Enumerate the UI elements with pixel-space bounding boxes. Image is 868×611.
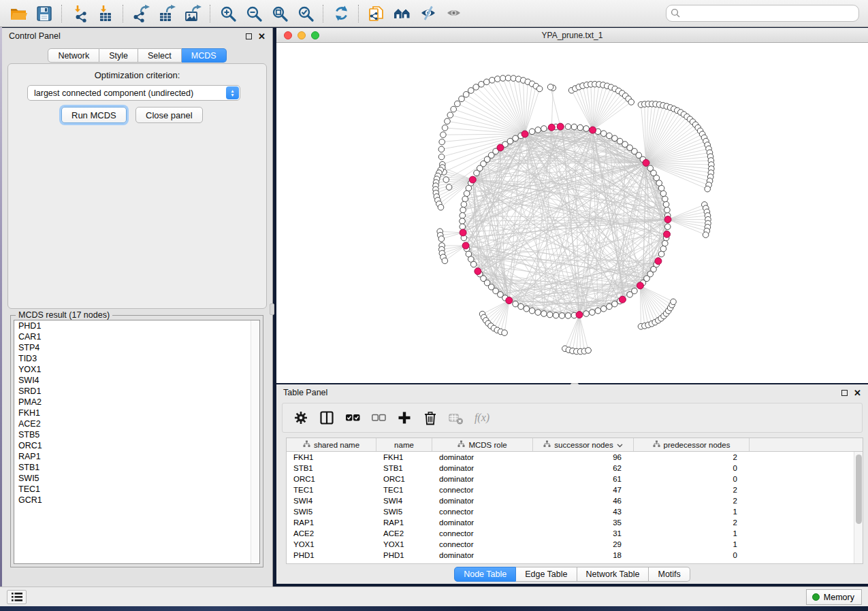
table-cell[interactable]: 47	[533, 486, 634, 494]
table-row[interactable]: ORC1ORC1dominator610	[287, 474, 854, 484]
import-table-icon[interactable]	[93, 3, 118, 24]
table-settings-icon[interactable]	[289, 406, 312, 429]
mcds-result-item[interactable]: FKH1	[14, 408, 259, 418]
float-table-panel-icon[interactable]	[841, 390, 848, 396]
table-cell[interactable]: dominator	[432, 475, 533, 483]
delete-icon[interactable]	[419, 406, 442, 429]
table-cell[interactable]: connector	[432, 529, 533, 538]
table-cell[interactable]: SWI5	[376, 508, 432, 516]
table-cell[interactable]: PHD1	[376, 551, 432, 559]
table-cell[interactable]: 1	[634, 508, 750, 516]
table-cell[interactable]: ORC1	[376, 475, 432, 483]
table-cell[interactable]: TEC1	[287, 486, 376, 494]
select-all-rows-icon[interactable]	[341, 406, 364, 429]
table-cell[interactable]: 1	[634, 540, 750, 548]
table-cell[interactable]: 35	[533, 518, 634, 527]
table-cell[interactable]: ACE2	[287, 529, 376, 538]
table-row[interactable]: SWI5SWI5connector431	[287, 506, 854, 517]
mcds-result-item[interactable]: TEC1	[14, 484, 259, 495]
table-row[interactable]: SWI4SWI4dominator462	[287, 495, 854, 506]
column-header-MCDS-role[interactable]: MCDS role	[432, 438, 533, 451]
clone-network-icon[interactable]	[364, 3, 389, 24]
table-cell[interactable]: PHD1	[287, 551, 376, 559]
network-window-titlebar[interactable]: YPA_prune.txt_1	[276, 28, 868, 43]
table-row[interactable]: ACE2ACE2connector311	[287, 528, 854, 539]
tab-network-table[interactable]: Network Table	[577, 567, 649, 582]
table-cell[interactable]: 2	[634, 497, 750, 505]
tab-select[interactable]: Select	[138, 48, 182, 63]
column-header-successor-nodes[interactable]: successor nodes	[533, 438, 634, 451]
deselect-all-rows-icon[interactable]	[367, 406, 390, 429]
table-cell[interactable]: FKH1	[376, 453, 432, 461]
run-mcds-button[interactable]: Run MCDS	[61, 107, 127, 123]
table-cell[interactable]: connector	[432, 540, 533, 548]
close-panel-icon[interactable]: ✕	[258, 33, 266, 39]
optimization-criterion-dropdown[interactable]: largest connected component (undirected)…	[27, 85, 240, 101]
mcds-result-item[interactable]: RAP1	[14, 451, 259, 462]
table-cell[interactable]: 2	[634, 453, 750, 461]
table-cell[interactable]: RAP1	[287, 518, 376, 527]
table-cell[interactable]: 0	[634, 551, 750, 559]
vertical-splitter-grip[interactable]	[270, 303, 274, 315]
table-scrollbar[interactable]	[854, 452, 863, 563]
table-row[interactable]: FKH1FKH1dominator962	[287, 452, 854, 463]
zoom-fit-icon[interactable]	[267, 3, 293, 24]
tab-motifs[interactable]: Motifs	[649, 567, 690, 582]
table-cell[interactable]: SWI4	[376, 497, 432, 505]
table-cell[interactable]: 29	[533, 540, 634, 548]
tab-network[interactable]: Network	[48, 48, 99, 63]
mcds-result-item[interactable]: PMA2	[14, 397, 259, 408]
task-history-button[interactable]	[7, 590, 27, 604]
zoom-selected-icon[interactable]	[293, 3, 319, 24]
column-header-predecessor-nodes[interactable]: predecessor nodes	[634, 438, 750, 451]
mcds-result-item[interactable]: SWI5	[14, 473, 259, 484]
table-cell[interactable]: connector	[432, 486, 533, 494]
table-row[interactable]: PHD1PHD1dominator180	[287, 550, 854, 561]
export-table-icon[interactable]	[154, 3, 180, 24]
zoom-out-icon[interactable]	[241, 3, 267, 24]
table-cell[interactable]: 0	[634, 464, 750, 472]
table-cell[interactable]: 46	[533, 497, 634, 505]
table-cell[interactable]: 61	[533, 475, 634, 483]
table-cell[interactable]: connector	[432, 508, 533, 516]
table-row[interactable]: RAP1RAP1dominator352	[287, 517, 854, 528]
mcds-result-item[interactable]: SRD1	[14, 386, 259, 397]
maximize-window-icon[interactable]	[311, 31, 319, 39]
column-header-name[interactable]: name	[376, 438, 432, 451]
table-cell[interactable]: 43	[533, 508, 634, 516]
table-cell[interactable]: 0	[634, 475, 750, 483]
mcds-result-list[interactable]: PHD1CAR1STP4TID3YOX1SWI4SRD1PMA2FKH1ACE2…	[14, 320, 260, 564]
tab-style[interactable]: Style	[99, 48, 138, 63]
show-columns-icon[interactable]	[315, 406, 338, 429]
close-panel-button[interactable]: Close panel	[135, 107, 203, 123]
tab-node-table[interactable]: Node Table	[454, 567, 516, 582]
table-cell[interactable]: 1	[634, 529, 750, 538]
mcds-result-item[interactable]: ACE2	[14, 418, 259, 429]
mcds-result-item[interactable]: STP4	[14, 342, 259, 353]
table-cell[interactable]: FKH1	[287, 453, 376, 461]
zoom-in-icon[interactable]	[215, 3, 241, 24]
table-cell[interactable]: STB1	[376, 464, 432, 472]
table-cell[interactable]: dominator	[432, 551, 533, 559]
table-cell[interactable]: YOX1	[376, 540, 432, 548]
table-cell[interactable]: dominator	[432, 497, 533, 505]
table-row[interactable]: YOX1YOX1connector291	[287, 539, 854, 550]
column-header-shared-name[interactable]: shared name	[287, 438, 376, 451]
mcds-result-item[interactable]: PHD1	[14, 320, 259, 331]
mcds-result-item[interactable]: ORC1	[14, 440, 259, 451]
close-window-icon[interactable]	[284, 31, 292, 39]
open-file-icon[interactable]	[5, 3, 31, 24]
mcds-result-item[interactable]: GCR1	[14, 495, 259, 506]
table-cell[interactable]: 62	[533, 464, 634, 472]
network-overview-icon[interactable]	[389, 3, 415, 24]
table-cell[interactable]: 2	[634, 518, 750, 527]
table-cell[interactable]: SWI5	[287, 508, 376, 516]
add-icon[interactable]	[393, 406, 416, 429]
tab-mcds[interactable]: MCDS	[182, 48, 227, 63]
table-cell[interactable]: SWI4	[287, 497, 376, 505]
import-network-icon[interactable]	[67, 3, 93, 24]
mcds-result-item[interactable]: TID3	[14, 353, 259, 364]
table-scrollbar-thumb[interactable]	[856, 455, 862, 524]
mcds-result-item[interactable]: SWI4	[14, 375, 259, 386]
mcds-result-item[interactable]: STB5	[14, 429, 259, 440]
